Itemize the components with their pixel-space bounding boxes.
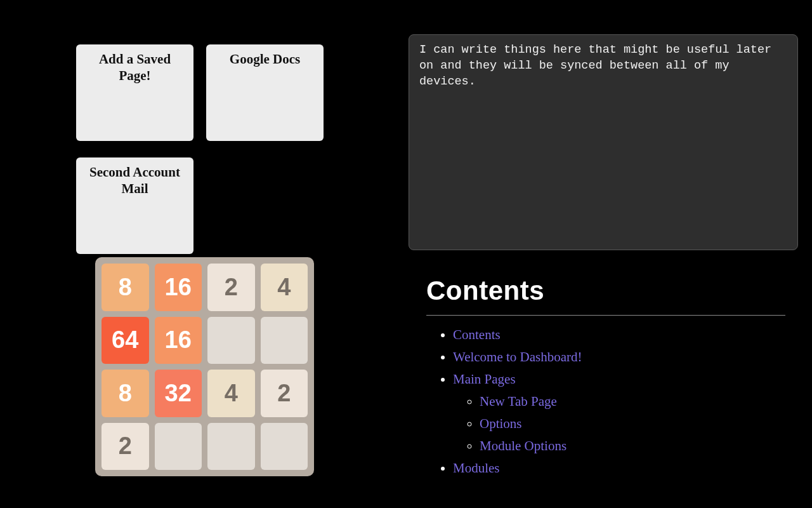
list-item: Module Options <box>480 438 785 454</box>
contents-list: Contents Welcome to Dashboard! Main Page… <box>426 327 785 476</box>
game-cell-empty <box>207 317 255 364</box>
saved-pages-grid: Add a Saved Page! Google Docs Second Acc… <box>76 44 324 254</box>
saved-page-tile[interactable]: Google Docs <box>206 44 324 141</box>
game-cell: 4 <box>261 264 308 311</box>
link-modules[interactable]: Modules <box>453 460 500 476</box>
link-new-tab[interactable]: New Tab Page <box>480 394 557 409</box>
list-item: New Tab Page <box>480 394 785 410</box>
contents-heading: Contents <box>426 276 785 316</box>
game-cell-empty <box>207 423 255 471</box>
saved-page-tile[interactable]: Second Account Mail <box>76 157 193 254</box>
game-cell: 64 <box>102 317 149 364</box>
game-cell: 4 <box>207 370 255 417</box>
game-cell-empty <box>261 317 308 364</box>
game-cell: 8 <box>102 370 149 417</box>
link-welcome[interactable]: Welcome to Dashboard! <box>453 349 582 364</box>
game-cell: 2 <box>207 264 255 311</box>
link-options[interactable]: Options <box>480 416 522 431</box>
contents-panel: Contents Contents Welcome to Dashboard! … <box>426 276 785 483</box>
game-cell: 16 <box>155 317 202 364</box>
contents-sublist: New Tab Page Options Module Options <box>453 394 785 454</box>
game-cell: 2 <box>261 370 308 417</box>
game-cell: 16 <box>155 264 202 311</box>
list-item: Contents <box>453 327 785 343</box>
game-2048-board[interactable]: 816246416832422 <box>95 257 314 476</box>
notes-textarea[interactable] <box>409 34 798 250</box>
link-main-pages[interactable]: Main Pages <box>453 371 516 387</box>
game-cell: 32 <box>155 370 202 417</box>
list-item: Modules <box>453 460 785 476</box>
game-cell: 8 <box>102 264 149 311</box>
game-cell-empty <box>155 423 202 471</box>
game-cell: 2 <box>102 423 149 471</box>
game-cell-empty <box>261 423 308 471</box>
link-module-options[interactable]: Module Options <box>480 438 566 453</box>
saved-page-tile-add[interactable]: Add a Saved Page! <box>76 44 193 141</box>
list-item: Options <box>480 416 785 432</box>
list-item: Welcome to Dashboard! <box>453 349 785 365</box>
list-item: Main Pages New Tab Page Options Module O… <box>453 371 785 454</box>
link-contents[interactable]: Contents <box>453 327 501 342</box>
